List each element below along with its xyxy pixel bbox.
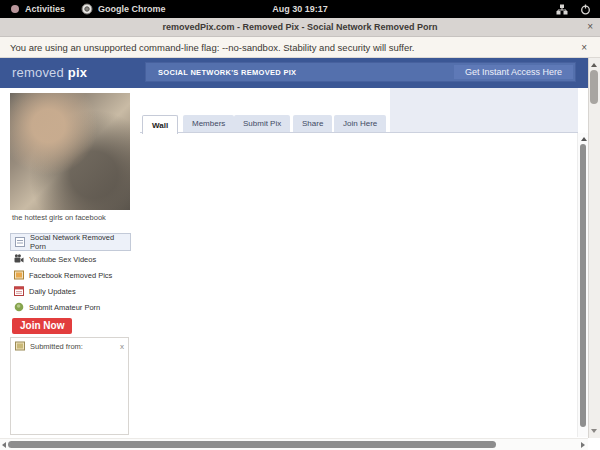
join-now-button[interactable]: Join Now	[12, 318, 72, 334]
inner-vertical-scrollbar[interactable]	[577, 133, 588, 437]
photo-icon	[15, 341, 25, 351]
header-banner: SOCIAL NETWORK'S REMOVED PIX Get Instant…	[145, 62, 576, 82]
tab-wall[interactable]: Wall	[142, 115, 178, 134]
menu-item-label: Youtube Sex Videos	[29, 255, 96, 264]
camera-icon	[14, 302, 24, 312]
scroll-up-arrow-icon[interactable]	[581, 137, 587, 141]
menu-item-label: Social Network Removed Porn	[30, 233, 130, 251]
menu-item-removed-pics[interactable]: Facebook Removed Pics	[10, 267, 131, 283]
menu-item-daily-updates[interactable]: Daily Updates	[10, 283, 131, 299]
activities-button[interactable]: Activities	[10, 4, 65, 14]
calendar-icon	[14, 286, 24, 296]
distro-dot-icon	[10, 4, 20, 14]
scroll-left-arrow-icon[interactable]	[2, 442, 6, 448]
gnome-top-bar: Activities Google Chrome Aug 30 19:17	[0, 0, 600, 18]
menu-item-submit[interactable]: Submit Amateur Porn	[10, 299, 131, 315]
wall-content-area	[140, 133, 577, 437]
chrome-icon	[81, 3, 93, 15]
sidebar-menu: Social Network Removed Porn Youtube Sex …	[10, 233, 131, 315]
window-vertical-scrollbar[interactable]	[588, 58, 600, 438]
tab-submit-pix[interactable]: Submit Pix	[234, 115, 290, 132]
tab-share[interactable]: Share	[293, 115, 332, 132]
menu-item-label: Facebook Removed Pics	[29, 271, 112, 280]
inner-scrollbar-thumb[interactable]	[580, 144, 586, 427]
note-icon	[15, 237, 25, 247]
menu-item-videos[interactable]: Youtube Sex Videos	[10, 251, 131, 267]
clock[interactable]: Aug 30 19:17	[272, 4, 328, 14]
submitted-from-close-icon[interactable]: x	[120, 342, 124, 351]
infobar-message: You are using an unsupported command-lin…	[10, 42, 415, 53]
window-scrollbar-thumb[interactable]	[590, 70, 598, 104]
chrome-infobar: You are using an unsupported command-lin…	[0, 37, 600, 58]
menu-item-label: Daily Updates	[29, 287, 76, 296]
video-camera-icon	[14, 254, 24, 264]
site-header: removed pix SOCIAL NETWORK'S REMOVED PIX…	[0, 58, 588, 88]
submitted-from-box: Submitted from: x	[10, 337, 129, 435]
scroll-down-arrow-icon[interactable]	[591, 429, 597, 433]
right-panel-background	[390, 88, 578, 133]
power-icon[interactable]	[580, 4, 591, 15]
horizontal-scrollbar-thumb[interactable]	[8, 441, 496, 448]
infobar-close-icon[interactable]: ×	[581, 42, 587, 53]
tab-close-icon[interactable]: ×	[587, 21, 593, 32]
photo-icon	[14, 270, 24, 280]
app-menu-button[interactable]: Google Chrome	[81, 3, 166, 15]
get-access-link[interactable]: Get Instant Access Here	[454, 65, 573, 79]
menu-item-label: Submit Amateur Porn	[29, 303, 100, 312]
browser-tab-bar[interactable]: removedPix.com - Removed Pix - Social Ne…	[0, 18, 600, 37]
tab-members[interactable]: Members	[183, 115, 234, 132]
browser-tab-title: removedPix.com - Removed Pix - Social Ne…	[162, 22, 437, 32]
submitted-from-label: Submitted from:	[30, 342, 83, 351]
photo-caption: the hottest girls on facebook	[12, 213, 106, 222]
tab-join-here[interactable]: Join Here	[334, 115, 386, 132]
site-logo[interactable]: removed pix	[12, 65, 87, 80]
horizontal-scrollbar[interactable]	[0, 438, 588, 450]
menu-item-social-network[interactable]: Social Network Removed Porn	[10, 233, 131, 251]
banner-title: SOCIAL NETWORK'S REMOVED PIX	[146, 68, 296, 77]
activities-label: Activities	[25, 4, 65, 14]
scroll-right-arrow-icon[interactable]	[581, 442, 585, 448]
screen: Activities Google Chrome Aug 30 19:17	[0, 0, 600, 450]
app-menu-label: Google Chrome	[98, 4, 166, 14]
scroll-up-arrow-icon[interactable]	[591, 63, 597, 67]
profile-photo-placeholder	[10, 93, 130, 210]
network-icon[interactable]	[556, 4, 568, 15]
